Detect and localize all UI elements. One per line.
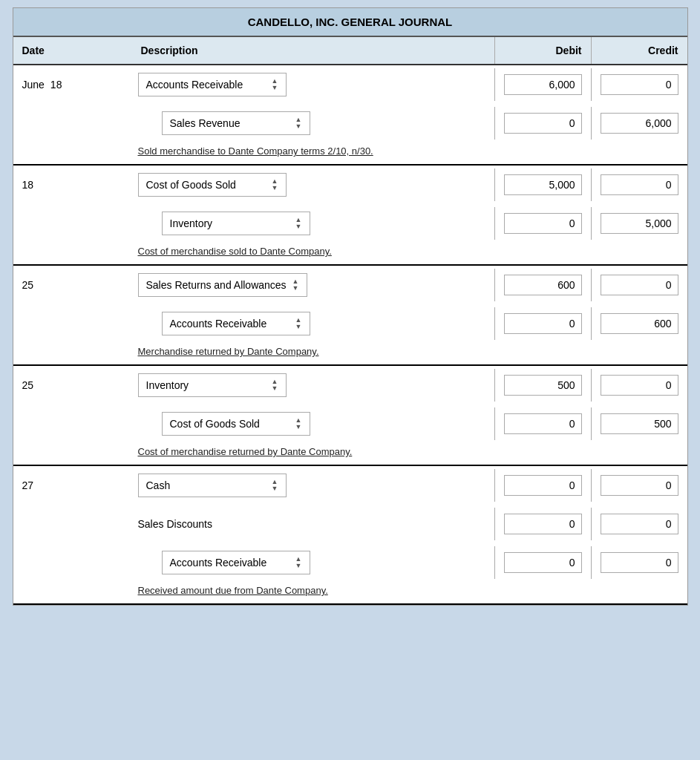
debit-value: 0: [504, 213, 582, 234]
credit-cell: 0: [591, 68, 687, 101]
date-cell-empty: [13, 518, 132, 530]
date-cell-empty: [13, 117, 132, 129]
table-row: June 18 Accounts Receivable ▲▼ 6,000 0: [13, 65, 687, 104]
credit-header: Credit: [591, 37, 687, 64]
desc-cell: Accounts Receivable ▲▼: [132, 68, 494, 101]
credit-value: 0: [601, 275, 678, 295]
desc-cell-indented: Accounts Receivable ▲▼: [132, 546, 494, 579]
entry-section-3: 25 Sales Returns and Allowances ▲▼ 600 0…: [13, 266, 687, 366]
credit-cell: 0: [591, 508, 687, 540]
credit-cell: 0: [591, 168, 687, 201]
debit-cell: 0: [494, 508, 591, 540]
date-cell: 25: [13, 373, 132, 397]
debit-value: 500: [504, 375, 582, 396]
date-cell-empty: [13, 557, 132, 569]
select-arrows-icon: ▲▼: [272, 479, 278, 492]
credit-value: 5,000: [601, 213, 678, 234]
debit-cell: 0: [494, 546, 591, 579]
journal-title: CANDELLO, INC. GENERAL JOURNAL: [13, 8, 687, 37]
credit-cell: 6,000: [591, 107, 687, 140]
debit-value: 0: [504, 514, 582, 534]
account-select[interactable]: Accounts Receivable ▲▼: [162, 312, 310, 335]
account-label: Cost of Goods Sold: [146, 179, 236, 191]
narrative-text: Cost of merchandise sold to Dante Compan…: [132, 243, 494, 264]
day-label: 25: [22, 279, 34, 291]
select-arrows-icon: ▲▼: [295, 217, 302, 230]
table-header: Date Description Debit Credit: [13, 37, 687, 65]
desc-cell: Sales Returns and Allowances ▲▼: [132, 269, 494, 301]
account-select[interactable]: Cost of Goods Sold ▲▼: [138, 173, 287, 197]
table-row: Accounts Receivable ▲▼ 0 0: [13, 543, 687, 582]
credit-value: 0: [601, 514, 678, 534]
table-row: Inventory ▲▼ 0 5,000: [13, 204, 687, 243]
date-header: Date: [13, 37, 132, 64]
debit-cell: 5,000: [494, 168, 591, 201]
credit-value: 500: [601, 413, 678, 434]
day-label: 18: [50, 79, 62, 91]
date-cell: 25: [13, 273, 132, 297]
account-label: Accounts Receivable: [170, 318, 267, 330]
select-arrows-icon: ▲▼: [295, 417, 302, 430]
table-row: 25 Sales Returns and Allowances ▲▼ 600 0: [13, 266, 687, 304]
account-label: Accounts Receivable: [146, 79, 243, 91]
narrative-row: Received amount due from Dante Company.: [13, 582, 687, 603]
credit-cell: 600: [591, 307, 687, 340]
month-label: June: [22, 79, 45, 91]
desc-cell-indented: Cost of Goods Sold ▲▼: [132, 407, 494, 440]
debit-cell: 0: [494, 207, 591, 240]
debit-value: 0: [504, 552, 582, 573]
narrative-text: Merchandise returned by Dante Company.: [132, 343, 494, 364]
date-cell: 18: [13, 173, 132, 197]
credit-value: 6,000: [601, 113, 678, 134]
account-label: Inventory: [170, 217, 213, 229]
description-header: Description: [132, 37, 494, 64]
date-cell: 27: [13, 474, 132, 497]
journal-table: CANDELLO, INC. GENERAL JOURNAL Date Desc…: [13, 7, 688, 606]
narrative-text: Received amount due from Dante Company.: [132, 582, 494, 603]
date-cell: June 18: [13, 73, 132, 96]
select-arrows-icon: ▲▼: [295, 556, 302, 569]
date-cell-empty: [13, 418, 132, 430]
account-select[interactable]: Accounts Receivable ▲▼: [138, 73, 287, 96]
entry-section-1: June 18 Accounts Receivable ▲▼ 6,000 0 S…: [13, 65, 687, 166]
desc-cell-indented: Sales Revenue ▲▼: [132, 107, 494, 140]
account-select[interactable]: Cash ▲▼: [138, 474, 287, 497]
date-cell-empty: [13, 318, 132, 330]
debit-value: 0: [504, 413, 582, 434]
credit-value: 0: [601, 74, 678, 95]
debit-cell: 6,000: [494, 68, 591, 101]
account-select[interactable]: Cost of Goods Sold ▲▼: [162, 412, 310, 436]
day-label: 18: [22, 179, 34, 191]
debit-value: 5,000: [504, 174, 582, 195]
credit-cell: 5,000: [591, 207, 687, 240]
narrative-row: Cost of merchandise returned by Dante Co…: [13, 443, 687, 465]
account-select[interactable]: Inventory ▲▼: [138, 373, 287, 397]
narrative-text: Sold merchandise to Dante Company terms …: [132, 142, 494, 164]
credit-value: 0: [601, 552, 678, 573]
select-arrows-icon: ▲▼: [272, 379, 278, 392]
account-label: Accounts Receivable: [170, 557, 267, 569]
credit-cell: 0: [591, 369, 687, 402]
table-row: Accounts Receivable ▲▼ 0 600: [13, 304, 687, 343]
account-select[interactable]: Sales Returns and Allowances ▲▼: [138, 273, 307, 297]
select-arrows-icon: ▲▼: [295, 117, 302, 130]
credit-value: 600: [601, 313, 678, 334]
debit-cell: 0: [494, 407, 591, 440]
narrative-row: Merchandise returned by Dante Company.: [13, 343, 687, 364]
day-label: 27: [22, 479, 34, 491]
account-select[interactable]: Inventory ▲▼: [162, 212, 310, 235]
account-select[interactable]: Sales Revenue ▲▼: [162, 111, 310, 135]
account-select[interactable]: Accounts Receivable ▲▼: [162, 551, 310, 574]
account-label: Cost of Goods Sold: [170, 418, 260, 430]
table-row: 18 Cost of Goods Sold ▲▼ 5,000 0: [13, 166, 687, 204]
table-row: Sales Discounts 0 0: [13, 505, 687, 543]
account-label: Sales Revenue: [170, 117, 241, 129]
entry-section-5: 27 Cash ▲▼ 0 0 Sales Discounts 0: [13, 466, 687, 605]
debit-value: 0: [504, 475, 582, 496]
account-label: Sales Returns and Allowances: [146, 279, 287, 291]
narrative-text: Cost of merchandise returned by Dante Co…: [132, 443, 494, 465]
debit-value: 0: [504, 313, 582, 334]
desc-cell: Cash ▲▼: [132, 469, 494, 502]
desc-cell: Cost of Goods Sold ▲▼: [132, 168, 494, 201]
desc-cell-indented: Inventory ▲▼: [132, 207, 494, 240]
